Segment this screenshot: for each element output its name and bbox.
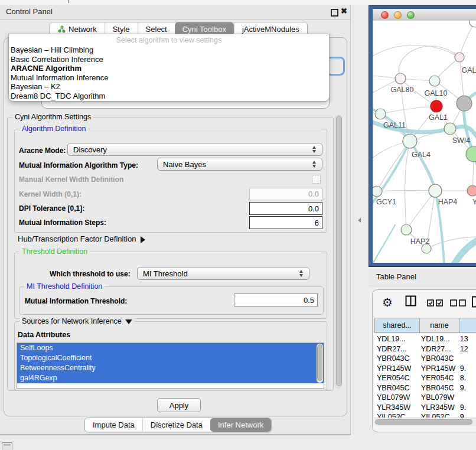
algorithm-option[interactable]: Basic Correlation Inference [9, 55, 329, 64]
network-node[interactable] [373, 186, 382, 197]
network-node[interactable] [455, 53, 464, 62]
table-cell: YIL052C [419, 412, 458, 418]
table-row[interactable]: YBR043CYBR043C [374, 354, 476, 364]
network-graph-icon [58, 25, 66, 33]
mi-threshold-label: Mutual Information Threshold: [25, 297, 127, 305]
columns-icon[interactable] [405, 295, 416, 306]
table-row[interactable]: YLR345WYLR345W9. [374, 403, 476, 413]
network-node[interactable] [467, 185, 476, 196]
node-label: GCY1 [376, 198, 396, 206]
attribute-option[interactable]: gal4RGexp [17, 373, 324, 383]
algorithm-option[interactable]: Bayesian – Hill Climbing [9, 45, 329, 55]
mini-window-icon[interactable] [2, 442, 12, 450]
data-attributes-list: SelfLoopsTopologicalCoefficientBetweenne… [17, 343, 324, 389]
hub-definition-toggle[interactable]: Hub/Transcription Factor Definition [18, 234, 145, 243]
manual-kernel-checkbox[interactable] [312, 175, 321, 184]
mi-type-label: Mutual Information Algorithm Type: [19, 161, 138, 169]
table-row[interactable]: YPR145WYPR145W9. [374, 364, 476, 374]
table-cell: 13 [458, 334, 476, 344]
select-all-checks-icon[interactable] [427, 299, 444, 306]
table-row[interactable]: YBR045CYBR045C9. [374, 383, 476, 393]
network-node[interactable] [431, 100, 442, 112]
combo-value: Discovery [73, 145, 107, 154]
node-label: GAL80 [391, 86, 414, 94]
node-label: GAL11 [383, 121, 406, 129]
network-node[interactable] [422, 244, 431, 253]
aracne-mode-combo[interactable]: Discovery [67, 143, 322, 156]
zoom-traffic-light[interactable] [407, 11, 415, 19]
table-cell: YPR145W [419, 364, 458, 374]
table-row[interactable]: YBL079WYBL079W [374, 393, 476, 403]
table-cell: YIL052C [374, 412, 419, 418]
apply-button[interactable]: Apply [157, 398, 201, 412]
spinner-arrows-icon [299, 270, 304, 277]
table-cell: YBL079W [419, 393, 458, 403]
tab-label: Discretize Data [151, 420, 203, 429]
column-header[interactable]: shared... [374, 318, 420, 333]
network-edge [405, 141, 410, 230]
table-row[interactable]: YIL052CYIL052C9 [374, 412, 476, 418]
tab-label: Select [146, 25, 167, 34]
table-cell: YDR27... [374, 344, 419, 354]
float-panel-icon[interactable] [331, 9, 338, 17]
network-node[interactable] [457, 96, 472, 111]
network-node[interactable] [466, 146, 476, 162]
algorithm-option[interactable]: Bayesian – K2 [9, 82, 329, 92]
sources-title: Sources for Network Inference [22, 317, 122, 325]
table-cell: YDR27... [419, 344, 458, 354]
apply-label: Apply [169, 401, 189, 410]
table-row[interactable]: YER054CYER054C8. [374, 373, 476, 383]
deselect-all-checks-icon[interactable] [450, 299, 467, 306]
table-header-row: shared...name [374, 318, 476, 333]
table-row[interactable]: YDR27...YDR27...12 [374, 344, 476, 354]
table-cell: YBR045C [374, 383, 419, 393]
network-window-titlebar[interactable] [373, 9, 476, 21]
attribute-option[interactable]: SelfLoops [17, 343, 324, 353]
network-node[interactable] [401, 224, 412, 235]
network-edge [377, 190, 435, 191]
network-node[interactable] [403, 134, 417, 148]
network-node[interactable] [429, 76, 440, 86]
dpi-tolerance-input[interactable] [249, 202, 322, 215]
kernel-width-input[interactable] [249, 188, 322, 200]
splitter-handle[interactable] [358, 218, 361, 223]
attribute-option[interactable]: BetweennessCentrality [17, 363, 324, 373]
table-cell: YPR145W [374, 364, 419, 374]
tab-discretize-data[interactable]: Discretize Data [142, 418, 210, 432]
dpi-tolerance-label: DPI Tolerance [0,1]: [19, 204, 84, 213]
column-header[interactable] [459, 318, 476, 333]
mi-steps-input[interactable] [249, 216, 322, 229]
tab-infer-network[interactable]: Infer Network [210, 418, 271, 432]
network-canvas[interactable]: GALGAL80GAL10GAL1GAL11SWI4GAL4GCY1HAP4YH… [373, 21, 476, 263]
mi-type-combo[interactable]: Naive Bayes [157, 158, 322, 171]
network-view-window: GALGAL80GAL10GAL1GAL11SWI4GAL4GCY1HAP4YH… [369, 6, 476, 266]
close-traffic-light[interactable] [381, 11, 389, 19]
spinner-arrows-icon [312, 161, 317, 168]
network-node[interactable] [375, 109, 386, 119]
network-edge-highlighted [373, 225, 395, 263]
which-threshold-combo[interactable]: MI Threshold [137, 267, 309, 280]
algorithm-option[interactable]: Dream8 DC_TDC Algorithm [9, 92, 329, 101]
sources-toggle[interactable]: Sources for Network Inference [19, 317, 135, 325]
table-row[interactable]: YDL19...YDL19...13 [374, 334, 476, 344]
network-edge [380, 106, 436, 114]
attribute-option[interactable]: TopologicalCoefficient [17, 353, 324, 363]
gear-icon[interactable] [382, 295, 393, 309]
mi-threshold-input[interactable] [234, 294, 318, 306]
network-node[interactable] [470, 21, 476, 27]
algorithm-option[interactable]: Mutual Information Inference [9, 73, 329, 83]
table-hscrollbar[interactable] [374, 418, 476, 426]
document-icon[interactable] [471, 296, 476, 308]
close-panel-icon[interactable] [341, 6, 347, 15]
network-node[interactable] [444, 123, 456, 135]
tab-impute-data[interactable]: Impute Data [85, 418, 142, 432]
network-edge [399, 46, 459, 79]
algorithm-option[interactable]: ARACNE Algorithm [9, 64, 329, 73]
attribute-list-scrollbar[interactable] [317, 344, 323, 383]
network-node[interactable] [429, 184, 442, 197]
settings-scrollbar[interactable] [335, 115, 342, 389]
minimize-traffic-light[interactable] [394, 11, 402, 19]
network-node[interactable] [395, 73, 406, 84]
column-header[interactable]: name [420, 318, 459, 333]
bottom-tab-bar: Impute DataDiscretize DataInfer Network [84, 418, 272, 432]
